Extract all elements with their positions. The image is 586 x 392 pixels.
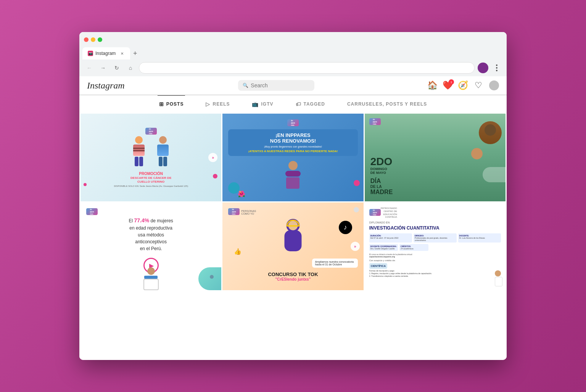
promo-detail: DISPONIBLE SOLO EN: Sede Jesús María (Av… bbox=[114, 185, 188, 187]
tab-carruseles[interactable]: CARRUSELES, POSTS Y REELS bbox=[346, 95, 428, 112]
posts-tab-icon: ⊞ bbox=[159, 101, 164, 107]
auspicio-note: Con auspicio y crédito de: bbox=[369, 259, 396, 262]
notification-badge: 1 bbox=[449, 79, 454, 85]
payment-forms: Formas de inscripción y pago: 1. Registr… bbox=[369, 270, 432, 278]
maximize-window-button[interactable] bbox=[98, 37, 102, 42]
post-item-6[interactable]: inppares PATROCINADOCENTRO DEEDUCACIÓNCO… bbox=[365, 202, 506, 290]
logo-small-1: inppares bbox=[145, 128, 157, 135]
madre-de-la: DE LA bbox=[370, 185, 393, 189]
docente-value: Dr. Luis Alonzno de los Dioses bbox=[459, 237, 500, 239]
menu-dot-1 bbox=[496, 64, 497, 66]
post-3-text: 2DO DOMINGO DE MAYO DÍA DE LA MADRE bbox=[370, 156, 393, 196]
browser-profile-button[interactable] bbox=[478, 63, 488, 73]
instagram-logo: Instagram bbox=[87, 80, 125, 91]
madre-label: MADRE bbox=[370, 189, 393, 196]
home-button[interactable]: ⌂ bbox=[125, 63, 136, 73]
minimize-window-button[interactable] bbox=[91, 37, 95, 42]
docente-box: DOCENTE: Dr. Luis Alonzno de los Dioses bbox=[458, 233, 501, 243]
menu-dot-3 bbox=[496, 70, 497, 71]
diplomado-header: DIPLOMADO EN bbox=[369, 221, 390, 224]
tab-igtv[interactable]: 📺 IGTV bbox=[250, 95, 275, 112]
dirigido-value: Profesionales de post grado, docentes un… bbox=[415, 237, 455, 241]
explore-icon[interactable]: 🧭 bbox=[459, 81, 468, 90]
browser-menu-button[interactable] bbox=[491, 63, 502, 73]
reload-button[interactable]: ↻ bbox=[111, 63, 122, 73]
post-4-percent: 77.4% bbox=[134, 217, 149, 223]
carruseles-tab-label: CARRUSELES, POSTS Y REELS bbox=[347, 101, 427, 107]
browser-tab-instagram[interactable]: 📷 Instagram ✕ bbox=[82, 47, 130, 59]
posts-grid: inppares bbox=[79, 112, 507, 291]
post-2-text-box: ¡EN INPPARESNOS RENOVAMOS! ¡Muy pronto l… bbox=[228, 129, 357, 156]
posts-tab-label: POSTS bbox=[166, 101, 184, 107]
browser-content: Instagram 🔍 🏠 ❤️ 1 🧭 ♡ bbox=[79, 76, 507, 360]
post-item-3[interactable]: inppares 2DO DO bbox=[365, 114, 506, 201]
search-icon: 🔍 bbox=[243, 83, 248, 88]
browser-window: 📷 Instagram ✕ + ← → ↻ ⌂ Instagram bbox=[79, 32, 507, 360]
logo-small-2: inppares bbox=[287, 119, 299, 126]
post-5-subtitle: "CrESIendo juntxs" bbox=[275, 277, 311, 281]
search-input[interactable] bbox=[251, 82, 310, 88]
profile-tabs: ⊞ POSTS ▷ REELS 📺 IGTV 🏷 TAGGED CARRUSEL… bbox=[79, 95, 507, 112]
close-window-button[interactable] bbox=[84, 37, 89, 42]
post-5-title: CONCURSO TIK TOK bbox=[268, 272, 318, 277]
post-item-4[interactable]: inppares El 77.4% de mujeresen edad repr… bbox=[80, 202, 221, 290]
instagram-favicon: 📷 bbox=[88, 51, 93, 56]
logo-small-3: inppares bbox=[369, 118, 381, 125]
avatar[interactable] bbox=[489, 80, 499, 90]
dirigido-box: DIRIGIDO: Profesionales de post grado, d… bbox=[414, 233, 456, 243]
igtv-tab-label: IGTV bbox=[261, 101, 273, 107]
post-5-notice: Ampliamos nuestra convocatoria hasta el … bbox=[315, 260, 354, 266]
instagram-header: Instagram 🔍 🏠 ❤️ 1 🧭 ♡ bbox=[79, 76, 507, 95]
diplomado-info: DURACIÓN: Del 07 de abril - 07 de junio … bbox=[369, 233, 501, 243]
browser-chrome: 📷 Instagram ✕ + ← → ↻ ⌂ bbox=[79, 32, 507, 76]
window-controls bbox=[84, 37, 102, 42]
coordinadora-box: DOCENTE COORDINADORA: Dra. Giselle Delga… bbox=[369, 244, 398, 251]
madre-de-mayo: DE MAYO bbox=[370, 171, 393, 175]
logo-small-4: inppares bbox=[86, 208, 98, 215]
reels-tab-label: REELS bbox=[213, 101, 230, 107]
post-5-arrow: » bbox=[351, 242, 360, 251]
platform-note: El curso se dictará a través de la plata… bbox=[369, 253, 413, 258]
diplomado-title: INVESTIGACIÓN CUANTITATIVA bbox=[369, 225, 440, 231]
post-item-2[interactable]: inppares ¡EN INPPARESNOS RENOVAMOS! ¡Muy… bbox=[222, 114, 363, 201]
nav-icons: 🏠 ❤️ 1 🧭 ♡ bbox=[428, 80, 499, 90]
post-item-1[interactable]: inppares bbox=[80, 114, 221, 201]
heart-icon[interactable]: ♡ bbox=[474, 81, 483, 90]
tab-bar: 📷 Instagram ✕ + bbox=[79, 47, 507, 59]
reels-tab-icon: ▷ bbox=[206, 101, 210, 107]
cientifica-logo: CIENTÍFICA bbox=[369, 263, 387, 269]
renovamos-atent: ¡Atentxs a nuestras redes para no perder… bbox=[233, 149, 353, 153]
address-bar[interactable] bbox=[139, 62, 475, 74]
post-4-text: El 77.4% de mujeresen edad reproductivau… bbox=[129, 217, 173, 252]
tab-close-button[interactable]: ✕ bbox=[119, 51, 125, 56]
logo-small-6: inppares bbox=[369, 209, 381, 216]
madre-2do: 2DO bbox=[370, 156, 393, 167]
forward-button[interactable]: → bbox=[98, 63, 108, 73]
new-tab-button[interactable]: + bbox=[130, 48, 140, 58]
browser-titlebar bbox=[79, 32, 507, 47]
tab-reels[interactable]: ▷ REELS bbox=[204, 95, 231, 112]
madre-dia: DÍA bbox=[370, 178, 393, 185]
promo-subtitle: DESCARTE DE CÁNCER DECUELLO UTERINO bbox=[114, 176, 188, 183]
madre-domingo: DOMINGO bbox=[370, 167, 393, 171]
duracion-value: Del 07 de abril - 07 de junio 2022 bbox=[370, 237, 411, 239]
home-icon[interactable]: 🏠 bbox=[428, 81, 437, 90]
renovamos-sub: ¡Muy pronto llegaremos con grandes noved… bbox=[233, 145, 353, 148]
duracion-box: DURACIÓN: Del 07 de abril - 07 de junio … bbox=[369, 233, 412, 243]
menu-dot-2 bbox=[496, 67, 497, 69]
post-item-5[interactable]: inppares PERSONASCOMO YO ♪ bbox=[222, 202, 363, 290]
notifications-icon[interactable]: ❤️ 1 bbox=[443, 81, 452, 90]
search-bar[interactable]: 🔍 bbox=[238, 80, 314, 91]
tab-tagged[interactable]: 🏷 TAGGED bbox=[294, 95, 327, 112]
logo-small-5: inppares bbox=[228, 208, 240, 215]
browser-toolbar: ← → ↻ ⌂ bbox=[79, 59, 507, 76]
renovamos-title: ¡EN INPPARESNOS RENOVAMOS! bbox=[233, 132, 353, 144]
back-button[interactable]: ← bbox=[84, 63, 95, 73]
tagged-tab-label: TAGGED bbox=[304, 101, 325, 107]
igtv-tab-icon: 📺 bbox=[252, 101, 259, 107]
tab-posts[interactable]: ⊞ POSTS bbox=[158, 95, 185, 112]
promo-title: PROMOCIÓN bbox=[114, 172, 188, 176]
creditos-box: CRÉDITOS: 24 académicos bbox=[399, 244, 428, 251]
post-1-arrow: » bbox=[208, 153, 217, 162]
post-1-promo-text: PROMOCIÓN DESCARTE DE CÁNCER DECUELLO UT… bbox=[114, 172, 188, 187]
